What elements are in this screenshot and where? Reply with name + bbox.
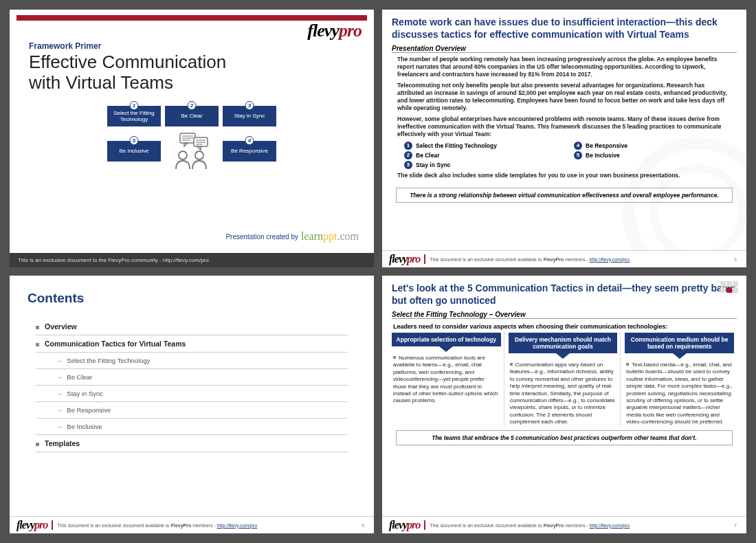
slide-footer: This is an exclusive document to the Fle… <box>10 253 374 267</box>
slide-footer: flevypro This document is an exclusive d… <box>10 516 374 533</box>
people-chat-icon <box>165 131 219 172</box>
toc-subitem: –Stay in Sync <box>36 386 348 402</box>
toc-subitem: –Be Inclusive <box>36 419 348 435</box>
subhead: Select the Fitting Technology – Overview <box>392 311 737 319</box>
learnppt-logo: learnppt.com <box>301 230 359 243</box>
page-number: 7 <box>734 523 740 528</box>
page-number: 3 <box>734 257 740 262</box>
slide-overview: Remote work can have issues due to insuf… <box>382 10 746 267</box>
box-1: 1Select the Fitting Technology <box>107 106 161 126</box>
contents-list: Overview Communication Tactics for Virtu… <box>10 318 374 452</box>
column-text: Numerous communication tools are availab… <box>392 355 501 405</box>
column-header: Appropriate selection of technology <box>392 333 501 346</box>
footer-link[interactable]: http://flevy.com/pro <box>217 523 258 528</box>
toc-subitem: –Select the Fitting Technology <box>36 353 348 369</box>
created-by: Presentation created by learnppt.com <box>225 230 359 243</box>
kicker: Framework Primer <box>29 41 374 51</box>
box-3: 3Stay in Sync <box>223 106 276 126</box>
brand-logo-small: flevypro <box>389 253 420 265</box>
overview-body: The number of people working remotely ha… <box>382 56 746 184</box>
list-item: Stay in Sync <box>416 162 451 169</box>
list-item: Be Responsive <box>586 142 627 150</box>
column-1: Appropriate selection of technology Nume… <box>392 333 504 426</box>
brand-text: flevy <box>307 21 339 41</box>
slide-title: flevypro Framework Primer Effective Comm… <box>10 10 374 267</box>
brand-logo: flevypro <box>307 21 362 41</box>
box-2: 2Be Clear <box>165 106 219 126</box>
brand-logo-small: flevypro <box>16 519 47 531</box>
para-2: Telecommuting not only benefits people b… <box>397 82 731 112</box>
toc-item: Overview <box>36 318 348 335</box>
slide-contents: Contents Overview Communication Tactics … <box>10 276 374 533</box>
column-header: Communication medium should be based on … <box>625 333 734 353</box>
toc-item: Templates <box>36 435 348 452</box>
footer-link[interactable]: http://flevy.com/pro <box>590 523 630 528</box>
accent-bar <box>16 15 367 21</box>
column-text: Text-based media—e.g., email, chat, and … <box>625 362 734 426</box>
created-by-label: Presentation created by <box>225 233 298 241</box>
list-item: Select the Fitting Technology <box>416 142 497 150</box>
footer-text: This document is an exclusive document a… <box>430 523 630 528</box>
accent-squares <box>720 281 738 293</box>
para-1: The number of people working remotely ha… <box>397 56 731 78</box>
svg-point-10 <box>179 151 187 159</box>
box-label: Be Inclusive <box>119 148 148 154</box>
svg-marker-4 <box>184 143 188 146</box>
slide-footer: flevypro This document is an exclusive d… <box>382 516 746 533</box>
list-item: Be Clear <box>416 152 440 159</box>
box-label: Be Clear <box>181 113 202 119</box>
subhead: Presentation Overview <box>392 45 737 53</box>
framework-diagram: 1Select the Fitting Technology 2Be Clear… <box>10 106 374 172</box>
column-text: Communication apps vary based on feature… <box>509 362 618 426</box>
footer-text: This document is an exclusive document a… <box>57 523 257 528</box>
slide-footer: flevypro This document is an exclusive d… <box>382 250 746 267</box>
box-label: Stay in Sync <box>234 113 265 119</box>
svg-point-11 <box>195 151 203 159</box>
list-item: Be Inclusive <box>586 152 620 159</box>
brand-logo-small: flevypro <box>389 519 420 531</box>
footer-text: This document is an exclusive document a… <box>430 257 630 262</box>
footer-link[interactable]: http://flevy.com/pro <box>590 257 630 262</box>
box-label: Be Responsive <box>231 148 268 154</box>
column-2: Delivery mechanism should match communic… <box>509 333 621 426</box>
callout: There is a strong relationship between v… <box>396 188 733 203</box>
box-label: Select the Fitting Technology <box>110 110 158 122</box>
box-4: 4Be Responsive <box>223 141 276 162</box>
para-3: However, some global enterprises have en… <box>397 115 731 138</box>
page-number: 5 <box>362 523 367 528</box>
column-3: Communication medium should be based on … <box>625 333 737 426</box>
brand-text-pro: pro <box>339 21 362 41</box>
slide-tactics-detail: Let's look at the 5 Communication Tactic… <box>382 276 746 533</box>
toc-subitem: –Be Responsive <box>36 402 348 419</box>
lead-text: Leaders need to consider various aspects… <box>382 322 746 333</box>
toc-subitem: –Be Clear <box>36 369 348 386</box>
contents-title: Contents <box>10 276 374 318</box>
box-5: 5Be Inclusive <box>107 141 161 162</box>
column-header: Delivery mechanism should match communic… <box>509 333 618 353</box>
main-title-l1: Effective Communication <box>29 52 374 73</box>
headline: Let's look at the 5 Communication Tactic… <box>382 276 746 309</box>
main-title-l2: with Virtual Teams <box>29 73 374 93</box>
para-4: The slide deck also includes some slide … <box>397 172 731 179</box>
toc-item: Communication Tactics for Virtual Teams <box>36 335 348 353</box>
practices-list: 1Select the Fitting Technology 4Be Respo… <box>404 142 731 169</box>
columns: Appropriate selection of technology Nume… <box>382 333 746 426</box>
callout: The teams that embrace the 5 communicati… <box>396 430 733 445</box>
headline: Remote work can have issues due to insuf… <box>382 10 746 43</box>
svg-marker-9 <box>197 146 201 150</box>
